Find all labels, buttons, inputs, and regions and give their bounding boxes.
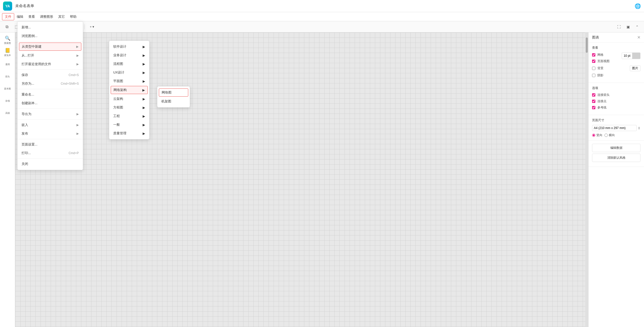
fullscreen-btn[interactable]: ⛶ <box>615 23 623 31</box>
general-arrow: ▶ <box>143 123 145 127</box>
connect-arrow-label: 连接箭头 <box>597 93 610 97</box>
canvas-area[interactable] <box>15 32 588 327</box>
submenu-engineering-label: 工程 <box>113 114 120 118</box>
menu-print-label: 打印... <box>22 151 31 155</box>
submenu-cloud[interactable]: 云架构 ▶ <box>109 95 149 103</box>
submenu-software-label: 软件设计 <box>113 44 126 49</box>
submenu-business[interactable]: 业务设计 ▶ <box>109 51 149 60</box>
connect-arrow-row: 连接箭头 <box>592 93 640 97</box>
portrait-input[interactable] <box>592 134 595 137</box>
background-btn[interactable]: 图片 <box>630 65 640 71</box>
menu-view[interactable]: 查看 <box>26 13 37 20</box>
menu-adjust[interactable]: 调整图形 <box>37 13 56 20</box>
menu-file[interactable]: 文件 <box>2 13 14 20</box>
network-diagram-item[interactable]: 网络图 <box>159 88 188 97</box>
main-layout: 🔍 搜索图 📒 便笺本 通用 箭头 基本图 杂项 高级 图表 <box>0 32 644 327</box>
menu-close[interactable]: 关闭 <box>17 160 83 168</box>
close-icon[interactable]: ✕ <box>637 35 640 40</box>
menu-export[interactable]: 导出为 ▶ <box>17 110 83 118</box>
misc-label: 杂项 <box>5 99 10 103</box>
submenu-wireframe-label: 方框图 <box>113 105 123 110</box>
sidebar-misc[interactable]: 杂项 <box>2 95 13 106</box>
background-checkbox[interactable] <box>592 67 595 70</box>
menu-save[interactable]: 保存 Cmd+S <box>17 71 83 79</box>
sidebar-arrow[interactable]: 箭头 <box>2 71 13 82</box>
sidebar-general[interactable]: 通用 <box>2 59 13 70</box>
menu-sep-5 <box>17 119 83 120</box>
portrait-radio[interactable]: 竖向 <box>592 133 602 137</box>
menu-new-label: 新增... <box>22 25 31 30</box>
connect-point-label: 连接点 <box>597 99 607 103</box>
connect-point-checkbox[interactable] <box>592 100 595 103</box>
submenu-engineering[interactable]: 工程 ▶ <box>109 112 149 120</box>
menu-edit[interactable]: 编辑 <box>14 13 26 20</box>
menu-embed-label: 嵌入 <box>22 123 28 127</box>
scrollbar[interactable] <box>585 32 588 327</box>
guide-line-checkbox[interactable] <box>592 106 595 109</box>
landscape-radio[interactable]: 横向 <box>604 133 615 137</box>
submenu-floor[interactable]: 平面图 ▶ <box>109 77 149 85</box>
page-size-select[interactable]: A4 (210 mm x 297 mm) <box>592 125 637 131</box>
menu-page-setup-label: 页面设置... <box>22 142 37 147</box>
globe-icon[interactable]: 🌐 <box>635 3 641 9</box>
shadow-checkbox[interactable] <box>592 74 595 77</box>
grid-row: 网格 <box>592 53 620 57</box>
menu-bar: 文件 编辑 查看 调整图形 其它 帮助 <box>0 12 644 21</box>
menu-rename[interactable]: 重命名... <box>17 90 83 99</box>
scrollbar-thumb[interactable] <box>586 38 588 53</box>
flowchart-arrow: ▶ <box>143 62 145 66</box>
menu-publish[interactable]: 发布 ▶ <box>17 129 83 138</box>
floor-arrow: ▶ <box>143 79 145 83</box>
submenu-cloud-label: 云架构 <box>113 97 123 101</box>
submenu-network[interactable]: 网络架构 ▶ <box>111 86 148 94</box>
submenu-ux[interactable]: UX设计 ▶ <box>109 68 149 77</box>
menu-save-as[interactable]: 另存为... Cmd+Shift+S <box>17 79 83 88</box>
save-shortcut: Cmd+S <box>69 73 79 77</box>
submenu-quality-label: 质量管理 <box>113 131 126 136</box>
collapse-btn[interactable]: ⌃ <box>633 23 641 31</box>
menu-new[interactable]: 新增... <box>17 23 83 32</box>
menu-embed[interactable]: 嵌入 ▶ <box>17 121 83 129</box>
submenu-flowchart[interactable]: 流程图 ▶ <box>109 60 149 68</box>
submenu-wireframe[interactable]: 方框图 ▶ <box>109 103 149 112</box>
right-panel-title: 图表 <box>592 35 599 40</box>
connect-arrow-checkbox[interactable] <box>592 93 595 97</box>
grid-color-swatch[interactable] <box>632 53 640 59</box>
submenu-flowchart-label: 流程图 <box>113 62 123 66</box>
grid-value-input[interactable] <box>622 53 632 58</box>
menu-open-recent[interactable]: 打开最近使用的文件 ▶ <box>17 60 83 68</box>
submenu-general-label: 一般 <box>113 122 120 127</box>
landscape-input[interactable] <box>604 134 608 137</box>
clear-style-btn[interactable]: 清除默认风格 <box>592 154 640 162</box>
submenu-software[interactable]: 软件设计 ▶ <box>109 42 149 51</box>
menu-sep-1 <box>17 41 83 42</box>
menu-new-from-type[interactable]: 从类型中新建 ▶ <box>19 43 81 51</box>
page-view-checkbox[interactable] <box>592 60 595 63</box>
menu-sep-4 <box>17 108 83 109</box>
guide-line-row: 参考线 <box>592 105 640 110</box>
right-panel-header: 图表 ✕ <box>589 32 644 43</box>
embed-arrow: ▶ <box>77 123 79 127</box>
grid-checkbox[interactable] <box>592 53 595 57</box>
sidebar-basic[interactable]: 基本图 <box>2 83 13 94</box>
edit-data-btn[interactable]: 编辑数据 <box>592 144 640 152</box>
copy-btn[interactable]: ⧉ <box>3 23 11 31</box>
sidebar-notebook[interactable]: 📒 便笺本 <box>2 47 13 58</box>
view-section-title: 查看 <box>592 46 640 50</box>
page-size-select-row: A4 (210 mm x 297 mm) ⇕ <box>592 125 640 131</box>
add-dropdown[interactable]: + ▾ <box>88 24 96 30</box>
menu-help[interactable]: 帮助 <box>67 13 79 20</box>
sidebar-search[interactable]: 🔍 搜索图 <box>2 34 13 46</box>
menu-page-setup[interactable]: 页面设置... <box>17 140 83 149</box>
sidebar-advanced[interactable]: 高级 <box>2 107 13 119</box>
menu-duplicate[interactable]: 创建副本... <box>17 99 83 107</box>
menu-browse[interactable]: 浏览图例... <box>17 32 83 40</box>
menu-print[interactable]: 打印... Cmd+P <box>17 149 83 157</box>
menu-other[interactable]: 其它 <box>56 13 67 20</box>
submenu-general[interactable]: 一般 ▶ <box>109 120 149 129</box>
menu-sep-6 <box>17 139 83 139</box>
rack-diagram-item[interactable]: 机架图 <box>157 97 190 106</box>
submenu-quality[interactable]: 质量管理 ▶ <box>109 129 149 138</box>
menu-open-from[interactable]: 从...打开 ▶ <box>17 51 83 60</box>
split-btn[interactable]: ▣ <box>624 23 632 31</box>
